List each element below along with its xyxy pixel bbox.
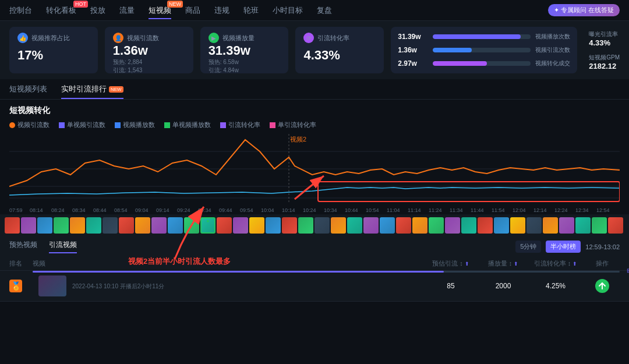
thumb-item[interactable] (510, 217, 525, 234)
svg-text:11:24: 11:24 (429, 207, 442, 213)
sort-icon-play: ⬆ (514, 261, 518, 267)
legend-sq-single-plays (164, 122, 170, 128)
svg-text:12:24: 12:24 (554, 207, 568, 213)
thumb-item[interactable] (70, 217, 85, 234)
thumb-item[interactable] (412, 217, 427, 234)
thumb-item[interactable] (217, 217, 232, 234)
col-play-header[interactable]: 播放量 ↕ ⬆ (480, 259, 526, 268)
nav-item-review[interactable]: 复盘 (317, 3, 332, 18)
nav-item-traffic[interactable]: 流量 (119, 3, 135, 18)
traffic-cell: 85 (422, 282, 480, 290)
thumb-item[interactable] (298, 217, 313, 234)
legend-traffic: 视频引流数 (9, 121, 50, 129)
nav-item-shifts[interactable]: 轮班 (243, 3, 259, 18)
col-traffic-header[interactable]: 预估引流 ↕ ⬆ (422, 259, 480, 268)
legend-plays: 视频播放数 (115, 121, 155, 129)
stat-card-conv-rate: ⟳ 引流转化率 4.33% (295, 27, 384, 73)
thumb-item[interactable] (54, 217, 69, 234)
thumb-item[interactable] (331, 217, 346, 234)
thumb-item[interactable] (119, 217, 134, 234)
svg-text:09:14: 09:14 (156, 207, 169, 213)
table-header: 排名 视频 预估引流 ↕ ⬆ 播放量 ↕ ⬆ 引流转化率 ↕ ⬆ 操作 (0, 257, 629, 271)
plays-cell: 2000 (480, 282, 526, 290)
video-info: 2022-04-13 10:10 开播后2小时11分 (72, 281, 422, 291)
traffic-bar (433, 48, 472, 52)
thumb-item[interactable] (37, 217, 52, 234)
video-thumbnail[interactable] (38, 275, 66, 296)
svg-text:08:44: 08:44 (93, 207, 107, 213)
thumb-item[interactable] (494, 217, 509, 234)
conv-cell: 4.25% (526, 282, 585, 290)
thumb-item[interactable] (21, 217, 36, 234)
thumb-item[interactable] (445, 217, 460, 234)
tab-realtime-ranking[interactable]: 实时引流排行 NEW (61, 84, 123, 99)
nav-item-conversion[interactable]: 转化看板 HOT (46, 3, 76, 18)
chart-title: 短视频转化 (9, 105, 620, 116)
svg-text:09:04: 09:04 (135, 207, 149, 213)
sort-icon-traffic: ⬆ (465, 261, 469, 267)
nav-right-section: ✦ 专属顾问 在线答疑 (548, 4, 620, 16)
action-button[interactable] (595, 279, 609, 293)
tab-video-list[interactable]: 短视频列表 (9, 84, 47, 99)
col-action-header: 操作 (585, 259, 620, 268)
nav-item-console[interactable]: 控制台 (9, 3, 32, 18)
stat-card-recommend-ratio: 👍 视频推荐占比 17% (9, 27, 98, 73)
thumb-item[interactable] (575, 217, 591, 234)
thumb-item[interactable] (429, 217, 444, 234)
thumb-item[interactable] (592, 217, 607, 234)
thumb-item[interactable] (543, 217, 558, 234)
nav-item-delivery[interactable]: 投放 (90, 3, 105, 18)
thumb-item[interactable] (559, 217, 574, 234)
5min-btn[interactable]: 5分钟 (515, 241, 541, 253)
thumb-item[interactable] (5, 217, 20, 234)
expert-button[interactable]: ✦ 专属顾问 在线答疑 (548, 4, 620, 16)
time-range: 12:59-13:02 (585, 243, 620, 250)
halfhour-btn[interactable]: 半小时榜 (546, 241, 581, 253)
nav-item-violations[interactable]: 违规 (214, 3, 229, 18)
thumb-item[interactable] (380, 217, 395, 234)
right-row-traffic: 1.36w 视频引流次数 (398, 46, 570, 54)
tab-preheat-video[interactable]: 预热视频 (9, 240, 37, 253)
thumb-item[interactable] (168, 217, 183, 234)
thumb-item[interactable] (396, 217, 411, 234)
chart-container: 视频2 (9, 134, 620, 204)
new-tag: NEW (109, 86, 123, 93)
nav-item-shortvideo[interactable]: 短视频 NEW (149, 3, 171, 18)
thumb-item[interactable] (103, 217, 118, 234)
svg-text:10:24: 10:24 (303, 207, 316, 213)
thumb-item[interactable] (314, 217, 330, 234)
thumb-item[interactable] (363, 217, 379, 234)
time-axis: 07:59 08:14 08:24 08:34 08:44 08:54 09:0… (9, 204, 620, 214)
thumb-item[interactable] (184, 217, 199, 234)
right-stats-panel: 31.39w 视频播放次数 1.36w 视频引流次数 2.97w 视频转化成交 (391, 27, 577, 73)
thumb-item[interactable] (608, 217, 623, 234)
svg-text:09:24: 09:24 (177, 207, 190, 213)
thumb-item[interactable] (478, 217, 493, 234)
svg-text:10:34: 10:34 (324, 207, 337, 213)
video2-label: 视频2 (290, 135, 306, 144)
tab-traffic-video[interactable]: 引流视频 (49, 240, 77, 253)
col-conv-header[interactable]: 引流转化率 ↕ ⬆ (526, 259, 585, 268)
thumb-item[interactable] (135, 217, 150, 234)
thumb-item[interactable] (151, 217, 167, 234)
thumb-item[interactable] (282, 217, 297, 234)
top-navigation: 控制台 转化看板 HOT 投放 流量 短视频 NEW 商品 违规 轮班 小时目标… (0, 0, 629, 21)
nav-item-products[interactable]: 商品 (185, 3, 200, 18)
thumb-item[interactable] (526, 217, 542, 234)
col-video-header: 视频 (33, 259, 422, 268)
thumb-item-active[interactable]: ● (200, 217, 215, 234)
thumb-item[interactable] (233, 217, 248, 234)
conversion-icon: ⟳ (303, 33, 314, 43)
rank-badge-gold: 🏅 (9, 280, 22, 292)
thumb-item[interactable] (347, 217, 362, 234)
thumb-item[interactable] (461, 217, 476, 234)
thumb-item[interactable] (86, 217, 101, 234)
action-cell (585, 279, 620, 293)
svg-text:12:54: 12:54 (596, 207, 610, 213)
thumb-item[interactable] (249, 217, 264, 234)
play-icon: ▶ (209, 33, 219, 43)
thumb-item[interactable] (266, 217, 281, 234)
bottom-tabs: 预热视频 引流视频 (9, 240, 77, 253)
nav-item-hourly-target[interactable]: 小时目标 (273, 3, 303, 18)
svg-text:09:54: 09:54 (240, 207, 253, 213)
